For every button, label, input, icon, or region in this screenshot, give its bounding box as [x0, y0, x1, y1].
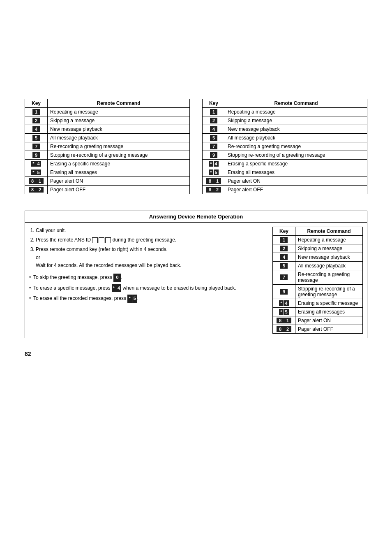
command-cell: Repeating a message: [225, 108, 367, 116]
table-row: 1 Repeating a message: [203, 108, 367, 116]
bullet-2: To erase a specific message, press *4 wh…: [29, 284, 266, 293]
command-cell: Erasing a specific message: [295, 299, 363, 308]
table2-container: Key Remote Command 1 Repeating a message…: [202, 99, 367, 194]
answering-table-container: Key Remote Command 1 Repeating a message…: [272, 227, 363, 334]
key-cell: 1: [203, 108, 225, 116]
command-cell: Skipping a message: [225, 116, 367, 125]
key-cell: 82: [203, 186, 225, 194]
command-cell: Skipping a message: [295, 244, 363, 253]
table-row: *4 Erasing a specific message: [273, 299, 363, 308]
command-cell: Pager alert ON: [225, 177, 367, 186]
table-row: *5 Erasing all messages: [203, 168, 367, 177]
command-cell: Erasing all messages: [225, 168, 367, 177]
key-cell: 5: [273, 262, 295, 270]
page-content: Key Remote Command 1 Repeating a message…: [25, 16, 367, 357]
key-cell: 1: [273, 236, 295, 244]
table-row: 7 Re-recording a greeting message: [273, 270, 363, 285]
key-cell: 81: [25, 177, 48, 186]
key-cell: 5: [25, 134, 48, 142]
table-row: *4 Erasing a specific message: [203, 160, 367, 168]
table-row: 9 Stopping re-recording of a greeting me…: [25, 151, 190, 160]
answering-section-title: Answering Device Remote Operation: [25, 211, 367, 223]
key-cell: *5: [273, 308, 295, 316]
instruction-list: Call your unit. Press the remote ANS ID …: [36, 227, 266, 269]
answering-table-header-key: Key: [273, 227, 295, 236]
command-cell: Erasing all messages: [295, 308, 363, 316]
table-row: 1 Repeating a message: [25, 108, 190, 116]
command-cell: Erasing a specific message: [225, 160, 367, 168]
command-cell: Pager alert OFF: [48, 186, 190, 194]
page-number: 82: [25, 351, 367, 357]
table-row: *5 Erasing all messages: [273, 308, 363, 316]
key-cell: 7: [273, 270, 295, 285]
command-cell: New message playback: [225, 125, 367, 134]
table-row: 7 Re-recording a greeting message: [203, 142, 367, 151]
instruction-2: Press the remote ANS ID during the greet…: [36, 236, 266, 244]
command-cell: Re-recording a greeting message: [225, 142, 367, 151]
answering-table-header-command: Remote Command: [295, 227, 363, 236]
table-row: 5 All message playback: [203, 134, 367, 142]
table-row: 7 Re-recording a greeting message: [25, 142, 190, 151]
table-row: 9 Stopping re-recording of a greeting me…: [273, 285, 363, 299]
answering-table: Key Remote Command 1 Repeating a message…: [272, 227, 363, 334]
answering-instructions: Call your unit. Press the remote ANS ID …: [29, 227, 272, 334]
bullet-1: To skip the greeting message, press 0.: [29, 274, 266, 282]
command-cell: Pager alert ON: [295, 316, 363, 325]
command-cell: Stopping re-recording of a greeting mess…: [225, 151, 367, 160]
table-row: *5 Erasing all messages: [25, 168, 190, 177]
key-cell: 82: [25, 186, 48, 194]
table-row: 82 Pager alert OFF: [25, 186, 190, 194]
key-cell: 4: [25, 125, 48, 134]
command-cell: Pager alert ON: [48, 177, 190, 186]
table-row: 5 All message playback: [25, 134, 190, 142]
key-cell: 7: [203, 142, 225, 151]
key-cell: 81: [203, 177, 225, 186]
table-row: 2 Skipping a message: [273, 244, 363, 253]
key-cell: 1: [25, 108, 48, 116]
command-cell: Re-recording a greeting message: [295, 270, 363, 285]
answering-body: Call your unit. Press the remote ANS ID …: [25, 223, 367, 338]
command-cell: New message playback: [48, 125, 190, 134]
key-cell: 9: [273, 285, 295, 299]
command-cell: All message playback: [295, 262, 363, 270]
bullet-list: To skip the greeting message, press 0. T…: [29, 274, 266, 303]
command-cell: All message playback: [48, 134, 190, 142]
key-cell: 5: [203, 134, 225, 142]
table-row: 1 Repeating a message: [273, 236, 363, 244]
key-cell: 9: [203, 151, 225, 160]
command-cell: Erasing a specific message: [48, 160, 190, 168]
instruction-3: Press remote command key (refer to right…: [36, 246, 266, 269]
instruction-1: Call your unit.: [36, 227, 266, 235]
key-cell: 7: [25, 142, 48, 151]
command-cell: Pager alert OFF: [295, 325, 363, 334]
key-cell: 4: [203, 125, 225, 134]
key-cell: *4: [25, 160, 48, 168]
command-cell: Repeating a message: [48, 108, 190, 116]
table-row: 81 Pager alert ON: [273, 316, 363, 325]
table-row: 2 Skipping a message: [203, 116, 367, 125]
command-cell: Skipping a message: [48, 116, 190, 125]
key-cell: 82: [273, 325, 295, 334]
table-row: 4 New message playback: [203, 125, 367, 134]
key-cell: *5: [25, 168, 48, 177]
bullet-3: To erase all the recorded messages, pres…: [29, 295, 266, 303]
table1-container: Key Remote Command 1 Repeating a message…: [25, 99, 190, 194]
table-row: 5 All message playback: [273, 262, 363, 270]
command-cell: Re-recording a greeting message: [48, 142, 190, 151]
key-cell: 81: [273, 316, 295, 325]
command-cell: Erasing all messages: [48, 168, 190, 177]
key-cell: 4: [273, 253, 295, 262]
command-cell: Pager alert OFF: [225, 186, 367, 194]
table-row: 2 Skipping a message: [25, 116, 190, 125]
table-row: 9 Stopping re-recording of a greeting me…: [203, 151, 367, 160]
table-row: 81 Pager alert ON: [203, 177, 367, 186]
table1: Key Remote Command 1 Repeating a message…: [25, 99, 190, 194]
table-row: 4 New message playback: [273, 253, 363, 262]
table-row: *4 Erasing a specific message: [25, 160, 190, 168]
table-row: 82 Pager alert OFF: [203, 186, 367, 194]
table1-header-command: Remote Command: [48, 99, 190, 108]
tables-row: Key Remote Command 1 Repeating a message…: [25, 99, 367, 194]
key-cell: *4: [273, 299, 295, 308]
key-cell: 2: [25, 116, 48, 125]
command-cell: Stopping re-recording of a greeting mess…: [295, 285, 363, 299]
